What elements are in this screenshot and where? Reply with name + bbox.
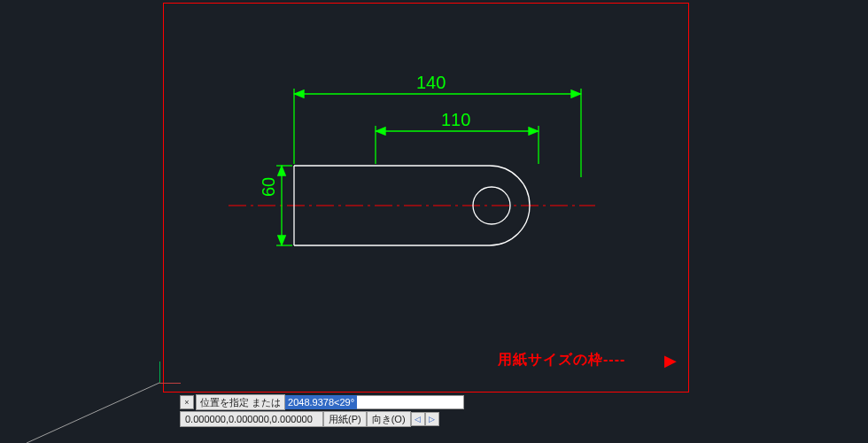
paper-size-label-text: 用紙サイズの枠	[498, 352, 603, 367]
nav-left-button[interactable]: ◁	[411, 412, 425, 426]
command-row-2: 0.000000,0.000000,0.000000 用紙(P) 向き(O) ◁…	[180, 411, 464, 427]
command-input-selected[interactable]: 2048.9378<29°	[285, 395, 357, 409]
nav-right-button[interactable]: ▷	[425, 412, 439, 426]
command-prompt-label: 位置を指定 または	[196, 394, 285, 410]
command-bar: × 位置を指定 または 2048.9378<29° 0.000000,0.000…	[180, 394, 464, 427]
paper-option-button[interactable]: 用紙(P)	[323, 411, 367, 427]
command-input-field[interactable]	[357, 395, 464, 409]
paper-size-label-dashes: ----	[603, 352, 625, 367]
ucs-x-axis	[159, 383, 181, 384]
paper-size-label: 用紙サイズの枠----	[498, 351, 625, 369]
dim-text-60: 60	[259, 177, 279, 197]
arrow-right-icon: ▶	[664, 351, 677, 370]
drawing-canvas[interactable]: 140 110 60 用紙サイズの枠---- ▶	[0, 0, 868, 443]
command-row-1: × 位置を指定 または 2048.9378<29°	[180, 394, 464, 410]
coords-readout: 0.000000,0.000000,0.000000	[180, 411, 323, 427]
dim-text-110: 110	[441, 110, 470, 130]
command-close-button[interactable]: ×	[180, 395, 194, 409]
drawing-svg	[0, 0, 868, 443]
cursor-ray	[27, 383, 159, 443]
dimension-110	[376, 126, 539, 164]
dim-text-140: 140	[416, 73, 446, 93]
ucs-y-axis	[159, 361, 160, 383]
orient-option-button[interactable]: 向き(O)	[367, 411, 411, 427]
